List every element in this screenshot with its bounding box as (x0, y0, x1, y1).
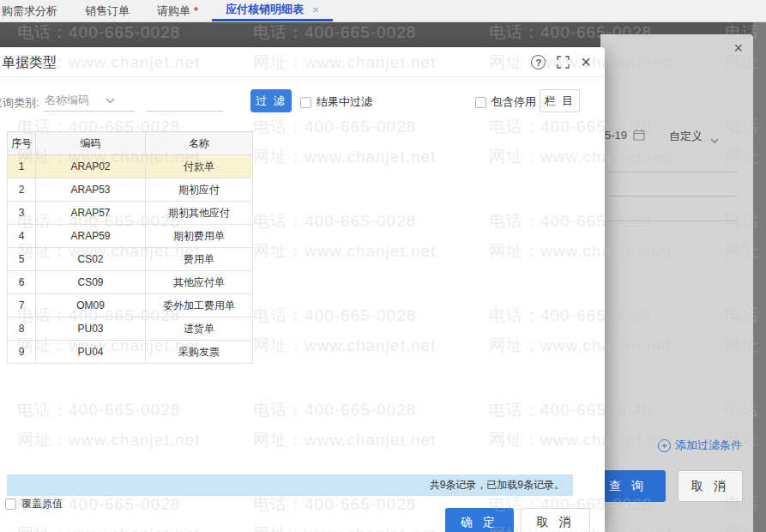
doc-type-table-body: 1ARAP02付款单2ARAP53期初应付3ARAP57期初其他应付4ARAP5… (8, 155, 253, 364)
query-category-select[interactable]: 名称编码 (43, 90, 136, 112)
table-cell[interactable]: 采购发票 (146, 341, 253, 364)
table-cell[interactable]: CS09 (36, 271, 146, 294)
form-field-underline (607, 196, 738, 196)
tab-label: 应付核销明细表 (226, 2, 304, 17)
help-icon[interactable]: ? (531, 55, 546, 70)
table-row[interactable]: 2ARAP53期初应付 (8, 178, 253, 202)
search-input[interactable] (146, 90, 223, 112)
table-cell[interactable]: ARAP57 (36, 202, 146, 225)
chevron-down-icon (710, 133, 719, 146)
table-row[interactable]: 4ARAP59期初费用单 (8, 225, 253, 248)
watermark-text: 电话：400-665-0028 (17, 21, 180, 44)
tab-close-icon[interactable]: × (312, 3, 319, 16)
table-cell[interactable]: PU03 (36, 317, 146, 341)
filter-in-results-checkbox[interactable] (300, 97, 311, 108)
plus-circle-icon: + (658, 439, 671, 452)
add-filter-condition-label: 添加过滤条件 (675, 438, 742, 453)
table-cell[interactable]: 6 (8, 271, 36, 294)
table-cell[interactable]: 4 (8, 225, 36, 248)
table-cell[interactable]: 3 (8, 202, 36, 225)
form-field-underline (607, 221, 738, 221)
tab-label: 购需求分析 (2, 3, 57, 19)
table-cell[interactable]: CS02 (36, 248, 146, 271)
table-cell[interactable]: PU04 (36, 341, 146, 364)
watermark-text: 电话：400-665-0028 (253, 21, 416, 44)
tab-1[interactable]: 购需求分析 (0, 0, 71, 21)
filter-cancel-button[interactable]: 取 消 (678, 470, 743, 502)
filter-dialog: × 5-19 自定义 + 添加过滤条件 查 询 取 消 (600, 34, 753, 532)
table-row[interactable]: 5CS02费用单 (8, 248, 253, 271)
table-cell[interactable]: 费用单 (146, 248, 253, 271)
table-cell[interactable]: 9 (8, 341, 36, 364)
table-cell[interactable]: ARAP53 (36, 178, 146, 202)
table-cell[interactable]: 期初费用单 (146, 225, 253, 248)
tab-3[interactable]: 请购单* (143, 0, 212, 21)
form-field-underline (607, 172, 738, 172)
calendar-icon[interactable] (633, 129, 645, 143)
query-category-label: 查询类别: (0, 95, 39, 111)
tab-2[interactable]: 销售订单 (71, 0, 143, 21)
unsaved-indicator: * (194, 4, 198, 17)
query-category-value: 名称编码 (45, 93, 89, 108)
document-type-modal: 单据类型 ? × 查询类别: 名称编码 过 滤 结果中过滤 包含停用 栏 目 序… (0, 47, 605, 532)
document-type-table: 序号编码名称 1ARAP02付款单2ARAP53期初应付3ARAP57期初其他应… (7, 131, 253, 364)
table-cell[interactable]: ARAP59 (36, 225, 146, 248)
modal-title: 单据类型 (2, 54, 57, 72)
table-cell[interactable]: 7 (8, 294, 36, 317)
table-cell[interactable]: 其他应付单 (146, 271, 253, 294)
record-count-status: 共9条记录，已加载9条记录。 (7, 475, 573, 496)
table-column-header[interactable]: 编码 (36, 132, 146, 155)
title-divider (0, 76, 605, 77)
close-icon[interactable]: × (581, 55, 591, 70)
table-cell[interactable]: 期初其他应付 (146, 202, 253, 225)
tab-4[interactable]: 应付核销明细表× (212, 0, 333, 21)
table-cell[interactable]: OM09 (36, 294, 146, 317)
table-cell[interactable]: 进货单 (146, 317, 253, 341)
app-screen: × 5-19 自定义 + 添加过滤条件 查 询 取 消 单据类型 ? (0, 0, 766, 532)
chevron-down-icon (106, 98, 115, 104)
filter-button[interactable]: 过 滤 (250, 89, 292, 112)
table-cell[interactable]: 8 (8, 317, 36, 341)
add-filter-condition-link[interactable]: + 添加过滤条件 (658, 438, 742, 453)
table-row[interactable]: 1ARAP02付款单 (8, 155, 253, 178)
maximize-icon[interactable] (557, 56, 570, 69)
overwrite-original-label: 覆盖原值 (21, 497, 63, 511)
include-disabled-checkbox[interactable] (475, 97, 486, 108)
ok-button[interactable]: 确 定 (445, 508, 514, 532)
table-row[interactable]: 6CS09其他应付单 (8, 271, 253, 294)
tab-label: 销售订单 (85, 3, 130, 19)
dimmed-page-edge (753, 22, 766, 532)
table-column-header[interactable]: 名称 (146, 132, 253, 155)
tab-label: 请购单 (157, 3, 190, 19)
table-row[interactable]: 9PU04采购发票 (8, 341, 253, 364)
table-row[interactable]: 3ARAP57期初其他应付 (8, 202, 253, 225)
overwrite-original-checkbox[interactable] (5, 499, 16, 510)
table-row[interactable]: 7OM09委外加工费用单 (8, 294, 253, 317)
table-header-row: 序号编码名称 (8, 132, 253, 155)
filter-in-results-label: 结果中过滤 (317, 94, 372, 110)
table-row[interactable]: 8PU03进货单 (8, 317, 253, 341)
table-cell[interactable]: 期初应付 (146, 178, 253, 202)
table-column-header[interactable]: 序号 (8, 132, 36, 155)
table-cell[interactable]: 付款单 (146, 155, 253, 178)
close-icon[interactable]: × (733, 39, 743, 57)
table-cell[interactable]: 1 (8, 155, 36, 178)
columns-button[interactable]: 栏 目 (540, 89, 580, 112)
date-range-row: 5-19 自定义 (600, 127, 753, 144)
table-cell[interactable]: ARAP02 (36, 155, 146, 178)
table-cell[interactable]: 2 (8, 178, 36, 202)
date-value[interactable]: 5-19 (605, 129, 627, 142)
tab-bar: 购需求分析销售订单请购单*应付核销明细表× (0, 0, 766, 22)
cancel-button[interactable]: 取 消 (521, 508, 590, 532)
table-cell[interactable]: 委外加工费用单 (146, 294, 253, 317)
range-preset-select[interactable]: 自定义 (669, 129, 703, 144)
include-disabled-label: 包含停用 (492, 94, 536, 110)
table-cell[interactable]: 5 (8, 248, 36, 271)
